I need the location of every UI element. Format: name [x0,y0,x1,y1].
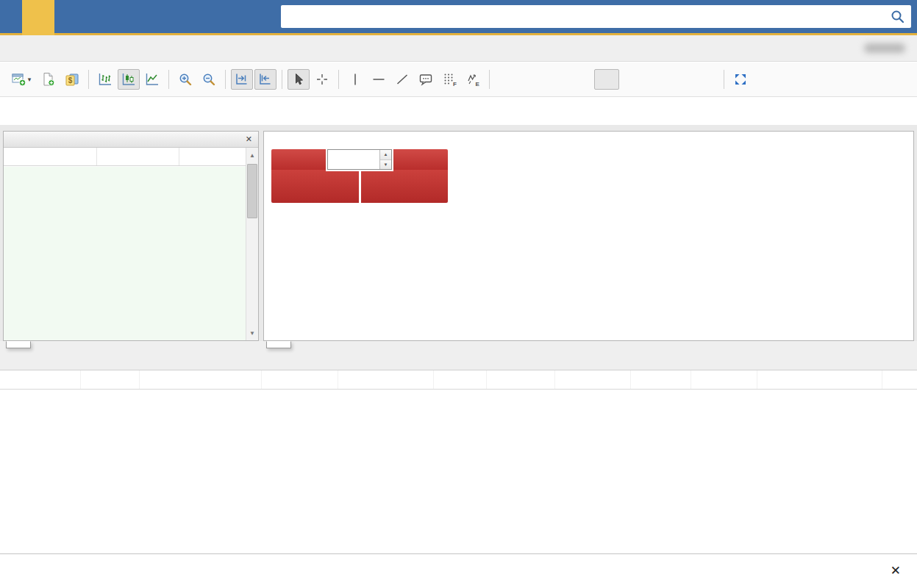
cursor-tool-button[interactable] [288,69,310,90]
horizontal-line-icon [371,72,386,87]
candlestick-mode-button[interactable] [118,69,140,90]
nav-tab-freelance[interactable] [184,0,216,33]
column-header-profit[interactable] [757,370,882,389]
mql5-logo[interactable] [0,0,22,33]
one-click-trading-panel: ▲ ▼ [271,149,448,203]
tab-strip [0,341,917,370]
new-chart-button[interactable]: ▾ [7,69,36,90]
timeframe-h1-button[interactable] [594,69,619,90]
timeframe-m1-button[interactable] [494,69,519,90]
column-header-bid[interactable] [96,148,179,165]
chart-shift-button[interactable] [254,69,276,90]
sell-price-display[interactable] [271,170,359,203]
timeframe-m15-button[interactable] [544,69,569,90]
scroll-down-icon[interactable]: ▼ [246,327,258,339]
timeframe-mn-button[interactable] [694,69,719,90]
search-box [281,5,911,28]
volume-up-button[interactable]: ▲ [380,150,391,160]
column-header-size[interactable] [262,370,338,389]
nav-tabs [22,0,266,33]
buy-button[interactable] [392,149,448,170]
column-header-sl[interactable] [487,370,555,389]
line-chart-mode-button[interactable] [141,69,163,90]
toolbar-separator [338,70,339,89]
fullscreen-icon [733,72,748,87]
nav-tab-docs[interactable] [54,0,87,33]
column-header-swap[interactable] [691,370,757,389]
nav-tab-web-terminal[interactable] [22,0,54,35]
elliott-wave-icon: E [465,72,480,87]
market-watch-panel: ✕ ▲ ▼ [3,131,259,341]
column-header-ask[interactable] [179,148,247,165]
trendline-icon [395,72,410,87]
timeframe-h4-button[interactable] [619,69,644,90]
toolbar-separator [88,70,89,89]
column-header-time[interactable] [81,370,140,389]
scroll-up-icon[interactable]: ▲ [246,149,258,161]
scrollbar-thumb[interactable] [247,164,257,218]
column-header-price[interactable] [434,370,487,389]
svg-text:$: $ [68,76,73,85]
market-watch-header [4,148,246,166]
timeframe-m5-button[interactable] [519,69,544,90]
nav-more-button[interactable] [249,0,266,33]
trendline-tool-button[interactable] [391,69,413,90]
search-input[interactable] [281,6,911,28]
volume-box: ▲ ▼ [327,149,392,170]
chart-toolbar: ▾ $ [0,62,917,97]
toolbar-separator [489,70,490,89]
horizontal-line-tool-button[interactable] [368,69,390,90]
text-label-tool-button[interactable] [415,69,437,90]
svg-text:E: E [476,81,480,87]
column-header-type[interactable] [140,370,262,389]
chart-panel: ▲ ▼ [263,131,914,341]
column-header-tp[interactable] [555,370,631,389]
volume-down-button[interactable]: ▼ [380,160,391,170]
text-balloon-icon [418,72,433,87]
nav-tab-market[interactable] [216,0,249,33]
cookie-bar: ✕ [0,553,917,588]
elliott-wave-tool-button[interactable]: E [462,69,484,90]
toolbar-separator [724,70,724,89]
zoom-in-button[interactable] [174,69,196,90]
market-watch-tab[interactable] [6,341,31,348]
toolbar-separator [282,70,282,89]
svg-text:F: F [453,81,457,87]
candlestick-icon [121,72,136,87]
bar-chart-icon [98,72,113,87]
menu-bar [0,35,917,62]
nav-tab-articles[interactable] [151,0,184,33]
new-order-button[interactable] [38,69,60,90]
terminal-header-row [0,370,917,390]
timeframe-m30-button[interactable] [569,69,594,90]
buy-price-display[interactable] [361,170,449,203]
sell-button[interactable] [271,149,327,170]
toolbar-separator [168,70,169,89]
vertical-line-tool-button[interactable] [344,69,366,90]
fibonacci-tool-button[interactable]: F [438,69,460,90]
profiles-button[interactable]: $ [61,69,83,90]
zoom-out-button[interactable] [198,69,220,90]
account-number-redacted [864,43,905,53]
cookie-close-icon[interactable]: ✕ [891,563,901,578]
timeframe-d1-button[interactable] [644,69,669,90]
chevron-down-icon: ▾ [28,76,32,83]
bar-chart-mode-button[interactable] [94,69,116,90]
close-icon[interactable]: ✕ [246,135,252,144]
chart-tab-eurusd-h1[interactable] [266,341,291,348]
fullscreen-button[interactable] [729,69,752,90]
auto-scroll-button[interactable] [231,69,253,90]
nav-tab-codebase[interactable] [119,0,151,33]
volume-input[interactable] [328,150,379,169]
fibonacci-icon: F [442,72,457,87]
workspace: ✕ ▲ ▼ [0,125,917,341]
column-header-symbol[interactable] [338,370,434,389]
timeframe-w1-button[interactable] [669,69,694,90]
column-header-price2[interactable] [631,370,691,389]
crosshair-tool-button[interactable] [311,69,333,90]
nav-tab-economic-calendar[interactable] [87,0,119,33]
market-watch-scrollbar[interactable]: ▲ ▼ [246,148,258,340]
column-header-order[interactable] [0,370,81,389]
search-icon[interactable] [891,10,905,24]
crosshair-icon [315,72,329,87]
